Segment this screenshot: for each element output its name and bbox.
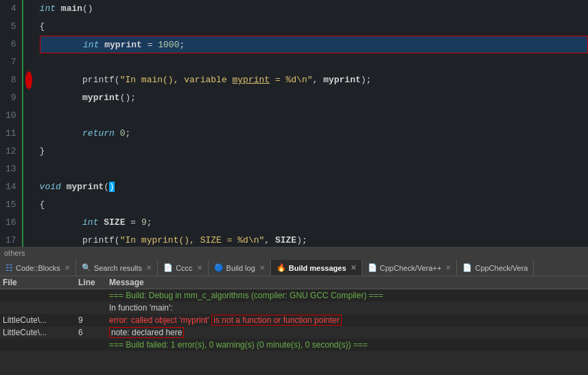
msg-row-1: === Build: Debug in mm_c_algorithms (com…	[0, 289, 588, 302]
tab-cppcheck1-close[interactable]: ✕	[445, 264, 451, 271]
code-line-7	[40, 53, 588, 71]
msg-row-4: LittleCute\... 6 note: declared here	[0, 326, 588, 339]
tab-search-close[interactable]: ✕	[146, 264, 152, 271]
tab-search-label: Search results	[94, 264, 142, 272]
breakpoint-gutter	[23, 0, 34, 247]
tab-cppcheck2-label: CppCheck/Vera	[475, 264, 528, 272]
msg-error-highlight: is not a function or function pointer	[211, 315, 341, 326]
code-line-12: }	[40, 143, 588, 160]
code-line-5: {	[40, 18, 588, 36]
tab-cppcheck1-label: CppCheck/Vera++	[380, 264, 442, 272]
msg-note-highlight: note: declared here	[109, 327, 184, 338]
tabs-bar[interactable]: ☷ Code::Blocks ✕ 🔍 Search results ✕ 📄 Cc…	[0, 260, 588, 276]
code-line-14: void myprint()	[40, 178, 588, 196]
code-line-8: printf("In main(), variable myprint = %d…	[40, 71, 588, 89]
header-line: Line	[78, 278, 109, 287]
tab-buildmsg[interactable]: 🔥 Build messages ✕	[271, 260, 362, 276]
bottom-panel: others ☷ Code::Blocks ✕ 🔍 Search results…	[0, 247, 588, 375]
tab-buildlog-close[interactable]: ✕	[259, 264, 265, 271]
tab-search[interactable]: 🔍 Search results ✕	[76, 260, 158, 276]
buildlog-icon: 🔵	[214, 263, 224, 272]
buildmsg-icon: 🔥	[277, 263, 286, 272]
cppcheck2-icon: 📄	[462, 263, 472, 272]
messages-header: File Line Message	[0, 276, 588, 289]
tab-codeblocks[interactable]: ☷ Code::Blocks ✕	[0, 260, 76, 276]
msg-row-2: In function 'main':	[0, 302, 588, 314]
header-file: File	[3, 278, 78, 287]
cccc-icon: 📄	[163, 263, 173, 272]
search-icon: 🔍	[82, 263, 91, 272]
msg-file-4: LittleCute\...	[3, 328, 78, 337]
tab-buildmsg-label: Build messages	[289, 264, 346, 272]
msg-text-5: === Build failed: 1 error(s), 0 warning(…	[109, 340, 585, 350]
code-line-15: {	[40, 196, 588, 214]
msg-text-2: In function 'main':	[109, 303, 585, 313]
code-content[interactable]: int main() { int myprint = 1000; printf(…	[34, 0, 588, 247]
msg-line-4: 6	[78, 328, 109, 337]
tab-cccc-label: Cccc	[176, 264, 192, 272]
tab-cppcheck1[interactable]: 📄 CppCheck/Vera++ ✕	[362, 260, 458, 276]
code-line-17: printf("In myprint(), SIZE = %d\n", SIZE…	[40, 232, 588, 247]
code-line-6: int myprint = 1000;	[40, 36, 588, 53]
msg-row-3: LittleCute\... 9 error: called object 'm…	[0, 314, 588, 326]
code-line-10	[40, 107, 588, 125]
code-editor[interactable]: 4 5 6 7 8 9 10 11 12 13 14 15 16 17 18	[0, 0, 588, 247]
line-numbers: 4 5 6 7 8 9 10 11 12 13 14 15 16 17 18	[0, 0, 23, 247]
tab-cppcheck2[interactable]: 📄 CppCheck/Vera	[457, 260, 534, 276]
others-bar: others	[0, 247, 588, 260]
code-line-4: int main()	[40, 0, 588, 18]
msg-text-4: note: declared here	[109, 328, 585, 337]
tab-codeblocks-label: Code::Blocks	[16, 264, 60, 272]
tab-cccc-close[interactable]: ✕	[197, 264, 202, 271]
others-label: others	[4, 249, 25, 257]
messages-table: File Line Message === Build: Debug in mm…	[0, 276, 588, 375]
code-line-11: return 0;	[40, 125, 588, 143]
tab-buildmsg-close[interactable]: ✕	[351, 264, 356, 271]
tab-buildlog-label: Build log	[226, 264, 255, 272]
msg-text-1: === Build: Debug in mm_c_algorithms (com…	[109, 291, 585, 300]
msg-row-5: === Build failed: 1 error(s), 0 warning(…	[0, 339, 588, 351]
msg-line-3: 9	[78, 315, 109, 325]
tab-cccc[interactable]: 📄 Cccc ✕	[158, 260, 208, 276]
header-message: Message	[109, 278, 585, 287]
tab-buildlog[interactable]: 🔵 Build log ✕	[209, 260, 271, 276]
breakpoint-marker	[25, 71, 32, 89]
codeblocks-icon: ☷	[5, 263, 13, 273]
msg-file-3: LittleCute\...	[3, 315, 78, 325]
code-line-9: myprint();	[40, 89, 588, 107]
cppcheck1-icon: 📄	[368, 263, 377, 272]
code-line-13	[40, 160, 588, 178]
msg-error-prefix: error: called object 'myprint'	[109, 315, 211, 325]
code-line-16: int SIZE = 9;	[40, 214, 588, 232]
tab-codeblocks-close[interactable]: ✕	[64, 264, 70, 271]
msg-text-3: error: called object 'myprint' is not a …	[109, 315, 585, 325]
